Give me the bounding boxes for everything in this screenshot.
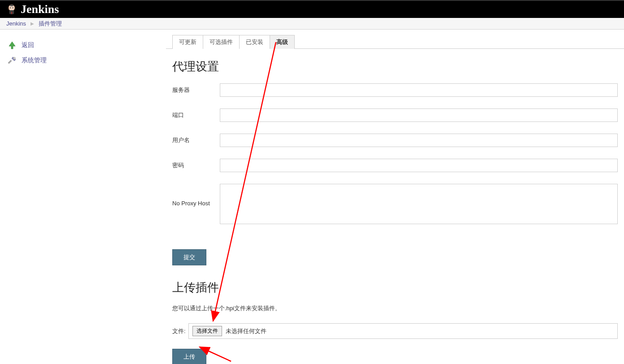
password-input[interactable]: [220, 159, 618, 172]
upload-section-title: 上传插件: [172, 280, 618, 295]
svg-rect-3: [10, 5, 13, 7]
main-content: 可更新 可选插件 已安装 高级 代理设置 服务器 端口 用户名 密码: [166, 30, 624, 364]
svg-point-6: [13, 57, 16, 60]
form-row-username: 用户名: [172, 134, 618, 147]
upload-description: 您可以通过上传一个.hpi文件来安装插件。: [172, 304, 618, 312]
proxy-section-title: 代理设置: [172, 59, 618, 74]
form-row-password: 密码: [172, 159, 618, 172]
app-title: Jenkins: [21, 3, 59, 16]
up-arrow-icon: [7, 40, 17, 50]
noproxy-input[interactable]: [220, 184, 618, 224]
noproxy-label: No Proxy Host: [172, 184, 220, 207]
upload-button[interactable]: 上传: [172, 349, 206, 364]
tab-installed[interactable]: 已安装: [240, 35, 270, 49]
password-label: 密码: [172, 159, 220, 169]
username-label: 用户名: [172, 134, 220, 144]
logo[interactable]: Jenkins: [5, 3, 59, 16]
svg-point-4: [10, 7, 11, 8]
no-file-text: 未选择任何文件: [226, 327, 266, 335]
breadcrumb-root[interactable]: Jenkins: [6, 20, 26, 27]
form-row-server: 服务器: [172, 83, 618, 97]
sidebar-item-label: 返回: [22, 41, 34, 49]
svg-point-5: [12, 7, 13, 8]
sidebar-item-manage[interactable]: 系统管理: [6, 53, 160, 68]
upload-row: 文件: 选择文件 未选择任何文件: [172, 323, 618, 339]
tools-icon: [7, 56, 17, 65]
tab-updates[interactable]: 可更新: [172, 35, 203, 49]
form-row-noproxy: No Proxy Host: [172, 184, 618, 224]
username-input[interactable]: [220, 134, 618, 147]
sidebar-item-label: 系统管理: [22, 56, 47, 65]
sidebar-item-back[interactable]: 返回: [6, 38, 160, 53]
breadcrumb-current[interactable]: 插件管理: [39, 20, 62, 28]
tab-available[interactable]: 可选插件: [203, 35, 240, 49]
breadcrumb: Jenkins ▶ 插件管理: [0, 18, 624, 30]
tab-advanced[interactable]: 高级: [270, 35, 295, 49]
form-row-port: 端口: [172, 108, 618, 122]
file-label: 文件:: [172, 327, 186, 335]
file-input-wrap[interactable]: 选择文件 未选择任何文件: [188, 323, 618, 339]
port-input[interactable]: [220, 108, 618, 122]
jenkins-logo-icon: [5, 3, 18, 16]
sidebar: 返回 系统管理: [0, 30, 166, 364]
tabs: 可更新 可选插件 已安装 高级: [172, 35, 624, 49]
choose-file-button[interactable]: 选择文件: [192, 326, 222, 336]
port-label: 端口: [172, 108, 220, 119]
submit-button[interactable]: 提交: [172, 249, 206, 265]
server-input[interactable]: [220, 83, 618, 97]
top-header: Jenkins: [0, 0, 624, 18]
server-label: 服务器: [172, 83, 220, 94]
chevron-right-icon: ▶: [31, 21, 34, 26]
